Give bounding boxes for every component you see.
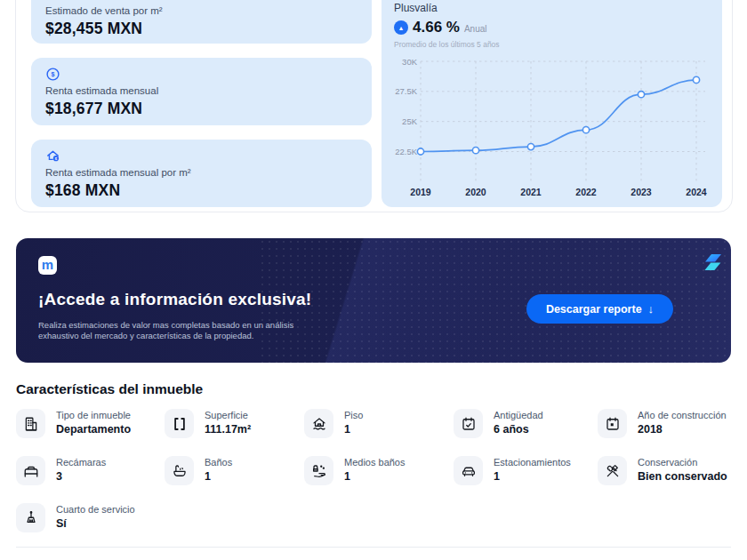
- feature-label: Estacionamientos: [494, 457, 571, 468]
- feature-item: Medios baños 1: [304, 456, 454, 486]
- valuation-panel: Estimado de venta por m² $28,455 MXN $ R…: [15, 0, 733, 212]
- svg-text:30K: 30K: [402, 57, 418, 67]
- property-report-page: Estimado de venta por m² $28,455 MXN $ R…: [0, 0, 747, 560]
- download-report-label: Descargar reporte: [546, 303, 642, 316]
- svg-text:22.5K: 22.5K: [395, 147, 417, 156]
- feature-label: Superficie: [205, 410, 251, 421]
- svg-text:2022: 2022: [575, 187, 597, 197]
- feature-value: Departamento: [56, 423, 131, 436]
- metric-label: Renta estimada mensual por m²: [45, 166, 357, 179]
- metric-value: $18,677 MXN: [45, 99, 357, 119]
- metric-value: $28,455 MXN: [45, 19, 357, 39]
- feature-value: 2018: [638, 423, 727, 436]
- car-icon: [454, 456, 483, 485]
- metric-value: $168 MXN: [45, 180, 357, 201]
- svg-text:2020: 2020: [465, 187, 486, 197]
- svg-text:27.5K: 27.5K: [395, 86, 417, 96]
- section-divider: [16, 547, 731, 548]
- plusvalia-value: 4.66 %: [413, 19, 460, 36]
- metric-label: Renta estimada mensual: [45, 84, 357, 97]
- feature-value: 1: [205, 470, 232, 484]
- plusvalia-header: Plusvalía ▲ 4.66 % Anual Promedio de los…: [394, 3, 500, 49]
- feature-value: 1: [344, 423, 363, 436]
- arrow-up-icon: ▲: [394, 20, 408, 35]
- metric-card-monthly-rent: $ Renta estimada mensual $18,677 MXN: [31, 58, 372, 125]
- features-grid: Tipo de inmueble Departamento Superficie…: [16, 409, 731, 533]
- feature-label: Baños: [205, 457, 232, 468]
- feature-item: Antigüedad 6 años: [454, 409, 598, 439]
- feature-label: Año de construcción: [638, 410, 727, 421]
- feature-label: Medios baños: [344, 457, 406, 468]
- calendar-check-icon: [454, 409, 483, 438]
- feature-item: Conservación Bien conservado: [598, 456, 731, 486]
- house-dollar-icon: $: [45, 148, 357, 164]
- download-report-button[interactable]: Descargar reporte ↓: [526, 294, 673, 324]
- plusvalia-subtitle: Promedio de los últimos 5 años: [394, 40, 500, 49]
- svg-text:25K: 25K: [402, 116, 418, 126]
- plusvalia-title: Plusvalía: [394, 3, 500, 14]
- metric-label: Estimado de venta por m²: [45, 4, 357, 17]
- feature-value: Bien conservado: [638, 470, 727, 484]
- svg-text:$: $: [52, 71, 55, 78]
- feature-label: Conservación: [638, 457, 727, 468]
- feature-label: Tipo de inmueble: [56, 410, 131, 421]
- feature-value: 1: [494, 470, 571, 484]
- half-bath-icon: [304, 456, 333, 485]
- brackets-icon: [165, 409, 194, 438]
- feature-label: Recámaras: [56, 457, 106, 468]
- m-logo: m: [38, 256, 57, 275]
- feature-item: Piso 1: [304, 409, 454, 439]
- tools-icon: [598, 456, 627, 485]
- feature-item: Estacionamientos 1: [454, 456, 598, 486]
- banner-subtitle: Realiza estimaciones de valor mas comple…: [38, 320, 316, 341]
- feature-value: Sí: [56, 517, 135, 531]
- m-logo-letter: m: [42, 258, 53, 271]
- banner-title: ¡Accede a información exclusiva!: [38, 290, 311, 309]
- feature-label: Antigüedad: [494, 410, 543, 421]
- feature-item: Baños 1: [165, 456, 304, 486]
- metric-card-rent-per-m2: $ Renta estimada mensual por m² $168 MXN: [31, 140, 372, 207]
- features-heading: Características del inmueble: [16, 381, 203, 397]
- plusvalia-card: Plusvalía ▲ 4.66 % Anual Promedio de los…: [382, 0, 722, 207]
- metric-icon-slot: [45, 0, 357, 2]
- svg-text:2021: 2021: [520, 187, 542, 197]
- calendar-year-icon: [598, 409, 627, 438]
- building-icon: [16, 409, 45, 438]
- lightning-icon: [703, 252, 724, 273]
- feature-label: Cuarto de servicio: [56, 504, 135, 516]
- feature-value: 111.17m²: [205, 423, 251, 436]
- broom-icon: [16, 503, 45, 532]
- bath-icon: [165, 456, 194, 485]
- svg-text:2019: 2019: [410, 187, 431, 197]
- promo-banner: m ¡Accede a información exclusiva! Reali…: [16, 238, 731, 363]
- feature-item: Recámaras 3: [16, 456, 165, 486]
- feature-item: Año de construcción 2018: [598, 409, 731, 439]
- svg-text:2024: 2024: [686, 187, 707, 197]
- svg-text:2023: 2023: [631, 187, 652, 197]
- feature-value: 6 años: [494, 423, 543, 436]
- plusvalia-period: Anual: [464, 24, 487, 34]
- arrow-down-icon: ↓: [648, 302, 655, 316]
- feature-item: Tipo de inmueble Departamento: [16, 409, 165, 439]
- feature-value: 1: [344, 470, 406, 484]
- dollar-circle-icon: $: [45, 67, 357, 82]
- metric-card-sale-per-m2: Estimado de venta por m² $28,455 MXN: [31, 0, 372, 44]
- feature-value: 3: [56, 470, 106, 484]
- feature-item: Superficie 111.17m²: [165, 409, 304, 439]
- bed-icon: [16, 456, 45, 485]
- feature-label: Piso: [344, 410, 363, 421]
- floor-icon: [304, 409, 333, 438]
- feature-item: Cuarto de servicio Sí: [16, 503, 165, 533]
